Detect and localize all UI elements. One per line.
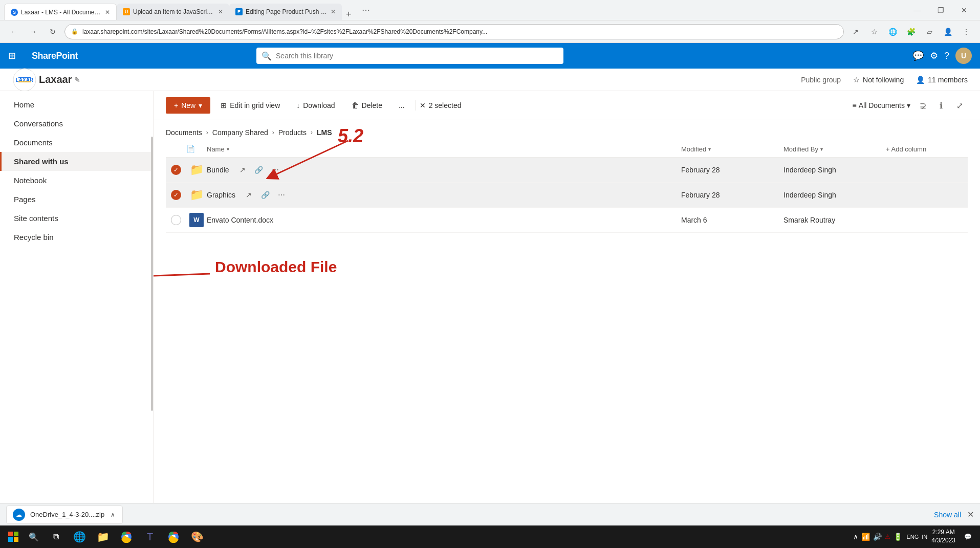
profile-icon[interactable]: 👤 [940, 24, 955, 39]
bookmark-icon[interactable]: ☆ [866, 24, 882, 39]
waffle-icon[interactable]: ⊞ [8, 50, 24, 61]
tab3-close-icon[interactable]: ✕ [331, 8, 336, 15]
breadcrumb-documents[interactable]: Documents [166, 128, 202, 137]
share-icon[interactable]: ↗ [848, 24, 863, 39]
settings-icon[interactable]: ⚙ [930, 50, 938, 61]
header-name[interactable]: Name ▾ [207, 145, 681, 153]
lang-label: ENG [906, 534, 919, 540]
expand-button[interactable]: ⤢ [951, 97, 968, 114]
sidebar-item-site-contents[interactable]: Site contents [0, 209, 153, 228]
taskbar-another-chrome[interactable] [163, 526, 184, 547]
site-edit-icon[interactable]: ✎ [74, 76, 80, 84]
filter-button[interactable]: ⊋ [914, 97, 931, 114]
annotation-downloaded-label: Downloaded File [215, 258, 337, 275]
x-icon[interactable]: ✕ [420, 101, 426, 109]
row2-checkbox[interactable]: ✓ [166, 190, 186, 200]
sidebar-item-documents[interactable]: Documents [0, 133, 153, 152]
forward-button[interactable]: → [26, 24, 41, 39]
row3-check-empty [171, 215, 181, 225]
taskbar-chrome-button[interactable] [116, 526, 137, 547]
row1-more-button[interactable]: ⋯ [268, 163, 282, 177]
taskbar-teams-button[interactable]: T [139, 526, 161, 547]
header-modified[interactable]: Modified ▾ [681, 145, 783, 153]
refresh-button[interactable]: ↻ [45, 24, 60, 39]
sidebar-toggle-icon[interactable]: ▱ [922, 24, 937, 39]
download-button[interactable]: ↓ Download [290, 98, 341, 113]
extension-icon[interactable]: 🌐 [885, 24, 900, 39]
show-all-button[interactable]: Show all [934, 511, 961, 519]
row3-filename[interactable]: Envato Content.docx [207, 216, 273, 224]
minimize-button[interactable]: — [905, 0, 929, 20]
row1-copylink-button[interactable]: 🔗 [252, 163, 266, 177]
row2-more-button[interactable]: ⋯ [274, 188, 289, 202]
sidebar-item-conversations[interactable]: Conversations [0, 114, 153, 133]
tab1-close-icon[interactable]: ✕ [105, 9, 110, 16]
taskbar-paint-button[interactable]: 🎨 [186, 526, 208, 547]
row3-share-button[interactable]: ↗ [279, 213, 294, 227]
new-button-label: New [181, 101, 195, 109]
header-modified-by[interactable]: Modified By ▾ [783, 145, 886, 153]
user-avatar[interactable]: U [955, 48, 972, 64]
browser-tab-2[interactable]: U Upload an Item to JavaScript | C... ✕ [117, 4, 229, 20]
close-button[interactable]: ✕ [952, 0, 976, 20]
sidebar-label-recycle-bin: Recycle bin [14, 233, 54, 242]
close-download-bar-button[interactable]: ✕ [967, 510, 974, 519]
sidebar-item-notebook[interactable]: Notebook [0, 171, 153, 190]
download-expand-icon[interactable]: ∧ [110, 510, 116, 519]
add-column-button[interactable]: + Add column [886, 145, 968, 153]
network-icon[interactable]: 📶 [861, 533, 870, 541]
address-bar[interactable]: 🔒 laxaar.sharepoint.com/sites/Laxaar/Sha… [64, 24, 844, 39]
sidebar-item-shared-with-us[interactable]: Shared with us [0, 152, 153, 171]
breadcrumb-company-shared[interactable]: Company Shared [212, 128, 268, 137]
row2-share-button[interactable]: ↗ [242, 188, 256, 202]
row2-filename[interactable]: Graphics [207, 191, 235, 199]
puzzle-icon[interactable]: 🧩 [903, 24, 919, 39]
taskbar-search-button[interactable]: 🔍 [25, 528, 43, 546]
new-button[interactable]: + New ▾ [166, 97, 210, 114]
edit-grid-view-button[interactable]: ⊞ Edit in grid view [214, 98, 286, 113]
row2-modified-by: Inderdeep Singh [783, 191, 886, 199]
delete-button[interactable]: 🗑 Delete [345, 98, 388, 113]
row1-filename[interactable]: Bundle [207, 166, 229, 174]
tab2-close-icon[interactable]: ✕ [218, 8, 223, 15]
taskbar-edge-button[interactable]: 🌐 [69, 526, 90, 547]
row1-checkbox[interactable]: ✓ [166, 165, 186, 175]
chat-icon[interactable]: 💬 [912, 50, 924, 61]
chevron-up-icon[interactable]: ∧ [853, 533, 858, 541]
view-dropdown[interactable]: ≡ All Documents ▾ [853, 101, 910, 109]
taskbar-clock[interactable]: 2:29 AM 4/3/2023 [931, 529, 955, 544]
row1-type-icon: 📁 [186, 163, 207, 177]
help-icon[interactable]: ? [944, 51, 949, 61]
notification-button[interactable]: 💬 [960, 529, 976, 545]
taskbar-task-view[interactable]: ⧉ [45, 526, 67, 547]
members-button[interactable]: 👤 11 members [916, 76, 968, 84]
browser-tab-3[interactable]: E Editing Page Product Push Proce... ✕ [229, 4, 342, 20]
tab3-favicon: E [235, 8, 243, 15]
search-bar[interactable]: 🔍 [256, 48, 563, 64]
follow-button[interactable]: ☆ Not following [853, 76, 904, 84]
new-tab-button[interactable]: + [342, 9, 356, 20]
command-separator [415, 100, 416, 111]
back-button[interactable]: ← [6, 24, 21, 39]
info-button[interactable]: ℹ [933, 97, 949, 114]
search-input[interactable] [276, 52, 558, 60]
row3-copylink-button[interactable]: 🔗 [296, 213, 310, 227]
battery-icon[interactable]: 🔋 [894, 533, 902, 541]
browser-tab-1[interactable]: S Laxaar - LMS - All Documents ✕ [4, 4, 117, 20]
sidebar-item-home[interactable]: Home [0, 95, 153, 114]
sidebar-item-pages[interactable]: Pages [0, 190, 153, 209]
row2-actions: ↗ 🔗 ⋯ [242, 188, 289, 202]
sidebar-scrollbar[interactable] [150, 91, 153, 548]
row3-checkbox[interactable] [166, 215, 186, 225]
sidebar-item-recycle-bin[interactable]: Recycle bin [0, 228, 153, 247]
restore-button[interactable]: ❐ [929, 0, 952, 20]
row1-share-button[interactable]: ↗ [235, 163, 250, 177]
more-actions-button[interactable]: ... [393, 98, 411, 113]
row3-more-button[interactable]: ⋯ [312, 213, 326, 227]
menu-icon[interactable]: ⋮ [959, 24, 974, 39]
start-button[interactable] [4, 528, 23, 546]
taskbar-explorer-button[interactable]: 📁 [92, 526, 114, 547]
volume-icon[interactable]: 🔊 [873, 533, 882, 541]
row2-copylink-button[interactable]: 🔗 [258, 188, 272, 202]
breadcrumb-products[interactable]: Products [278, 128, 307, 137]
